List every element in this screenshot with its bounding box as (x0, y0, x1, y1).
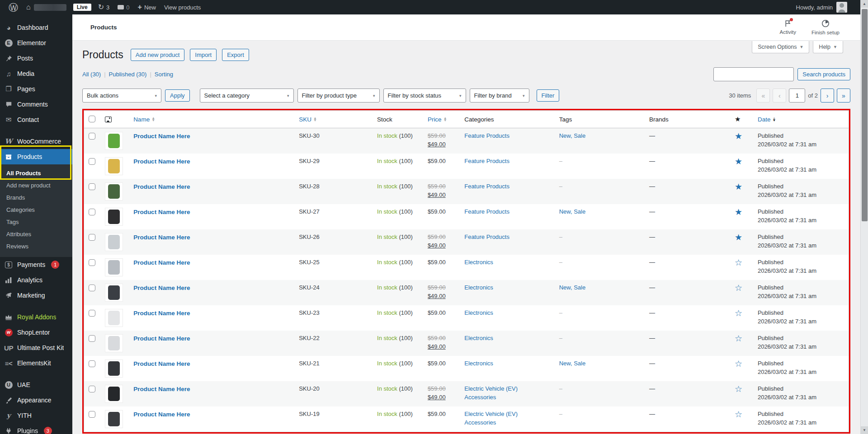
row-checkbox[interactable] (89, 183, 95, 190)
brand-filter-select[interactable]: Filter by brand▾ (470, 89, 529, 103)
tag-links[interactable]: – (559, 259, 562, 266)
product-thumbnail[interactable] (105, 410, 123, 428)
sidebar-item-yith[interactable]: y YITH (0, 408, 72, 423)
activity-button[interactable]: Activity (780, 19, 796, 35)
help-tab[interactable]: Help ▼ (813, 41, 843, 53)
column-header-date[interactable]: Date▲▼ (753, 111, 849, 128)
screen-options-tab[interactable]: Screen Options ▼ (752, 41, 809, 53)
new-menu[interactable]: + New (134, 0, 160, 14)
sidebar-item-elementor[interactable]: E Elementor (0, 35, 72, 51)
sidebar-item-media[interactable]: ♫ Media (0, 66, 72, 81)
search-products-button[interactable]: Search products (797, 68, 850, 80)
tag-links[interactable]: – (559, 385, 562, 392)
sidebar-item-woocommerce[interactable]: W WooCommerce (0, 134, 72, 149)
category-link[interactable]: Electronics (464, 284, 493, 291)
current-page-input[interactable] (789, 89, 805, 103)
featured-star-icon[interactable]: ☆ (735, 258, 742, 267)
product-thumbnail[interactable] (105, 208, 123, 226)
wordpress-logo-icon[interactable]: Ⓦ (5, 0, 22, 14)
featured-star-icon[interactable]: ☆ (735, 359, 742, 369)
submenu-tags[interactable]: Tags (0, 216, 72, 228)
product-thumbnail[interactable] (105, 182, 123, 201)
row-checkbox[interactable] (89, 133, 95, 140)
featured-star-icon[interactable]: ★ (735, 233, 742, 242)
product-name-link[interactable]: Product Name Here (133, 335, 190, 342)
submenu-attributes[interactable]: Attributes (0, 228, 72, 240)
product-name-link[interactable]: Product Name Here (133, 234, 190, 241)
row-checkbox[interactable] (89, 285, 95, 291)
row-checkbox[interactable] (89, 411, 95, 418)
sidebar-item-plugins[interactable]: Plugins 3 (0, 423, 72, 434)
howdy-text[interactable]: Howdy, admin (796, 4, 833, 11)
tag-links[interactable]: – (559, 309, 562, 316)
tag-links[interactable]: – (559, 183, 562, 190)
column-header-name[interactable]: Name▲▼ (129, 111, 294, 128)
tag-links[interactable]: – (559, 335, 562, 341)
column-header-sku[interactable]: SKU▲▼ (294, 111, 373, 128)
sidebar-item-posts[interactable]: Posts (0, 51, 72, 66)
product-name-link[interactable]: Product Name Here (133, 209, 190, 215)
product-thumbnail[interactable] (105, 334, 123, 352)
product-thumbnail[interactable] (105, 233, 123, 251)
featured-star-icon[interactable]: ★ (735, 182, 742, 191)
filter-button[interactable]: Filter (537, 89, 560, 102)
sidebar-item-pages[interactable]: ❐ Pages (0, 81, 72, 97)
product-thumbnail[interactable] (105, 157, 123, 175)
row-checkbox[interactable] (89, 259, 95, 266)
bulk-actions-select[interactable]: Bulk actions▾ (82, 89, 161, 103)
updates-indicator[interactable]: ↻ 3 (94, 0, 114, 14)
featured-star-icon[interactable]: ★ (735, 207, 742, 217)
sidebar-item-appearance[interactable]: Appearance (0, 392, 72, 408)
select-all-checkbox[interactable] (89, 116, 95, 122)
category-link[interactable]: Electronics (464, 360, 493, 367)
featured-star-icon[interactable]: ☆ (735, 334, 742, 343)
submenu-categories[interactable]: Categories (0, 204, 72, 216)
product-thumbnail[interactable] (105, 359, 123, 378)
search-input[interactable] (713, 67, 794, 81)
last-page-button[interactable]: » (837, 89, 850, 103)
row-checkbox[interactable] (89, 209, 95, 215)
category-link[interactable]: Electronics (464, 259, 493, 266)
category-link[interactable]: Feature Products (464, 183, 509, 190)
category-link[interactable]: Electric Vehicle (EV) Accessories (464, 385, 518, 401)
featured-star-icon[interactable]: ☆ (735, 410, 742, 419)
sidebar-item-shoplentor[interactable]: W ShopLentor (0, 325, 72, 340)
featured-star-icon[interactable]: ★ (735, 157, 742, 166)
product-thumbnail[interactable] (105, 132, 123, 150)
category-link[interactable]: Feature Products (464, 132, 509, 139)
submenu-reviews[interactable]: Reviews (0, 240, 72, 252)
tag-links[interactable]: New, Sale (559, 284, 586, 291)
sidebar-item-royal-addons[interactable]: Royal Addons (0, 309, 72, 325)
avatar[interactable] (836, 2, 847, 13)
view-products-link[interactable]: View products (160, 0, 205, 14)
row-checkbox[interactable] (89, 386, 95, 392)
sidebar-item-analytics[interactable]: Analytics (0, 272, 72, 288)
product-type-filter-select[interactable]: Filter by product type▾ (297, 89, 380, 103)
scroll-down-arrow-icon[interactable]: ▼ (861, 426, 868, 434)
finish-setup-button[interactable]: Finish setup (811, 19, 840, 35)
sidebar-item-comments[interactable]: Comments (0, 97, 72, 112)
apply-button[interactable]: Apply (165, 89, 190, 102)
product-name-link[interactable]: Product Name Here (133, 285, 190, 291)
tag-links[interactable]: New, Sale (559, 132, 586, 139)
featured-star-icon[interactable]: ★ (735, 131, 742, 141)
featured-star-icon[interactable]: ☆ (735, 308, 742, 318)
sidebar-item-contact[interactable]: ✉ Contact (0, 112, 72, 127)
scrollbar-thumb[interactable] (862, 9, 868, 221)
import-button[interactable]: Import (190, 49, 217, 61)
tag-links[interactable]: – (559, 233, 562, 240)
scroll-up-arrow-icon[interactable]: ▲ (861, 0, 868, 8)
featured-star-icon[interactable]: ☆ (735, 384, 742, 394)
product-name-link[interactable]: Product Name Here (133, 310, 190, 317)
product-name-link[interactable]: Product Name Here (133, 183, 190, 190)
product-thumbnail[interactable] (105, 309, 123, 327)
sidebar-item-uae[interactable]: U UAE (0, 377, 72, 392)
tag-links[interactable]: New, Sale (559, 208, 586, 215)
next-page-button[interactable]: › (821, 89, 834, 103)
product-name-link[interactable]: Product Name Here (133, 259, 190, 266)
row-checkbox[interactable] (89, 158, 95, 165)
category-link[interactable]: Electronics (464, 309, 493, 316)
view-all-link[interactable]: All (30) (82, 71, 101, 78)
submenu-brands[interactable]: Brands (0, 191, 72, 204)
comments-indicator[interactable]: 0 (113, 0, 133, 14)
